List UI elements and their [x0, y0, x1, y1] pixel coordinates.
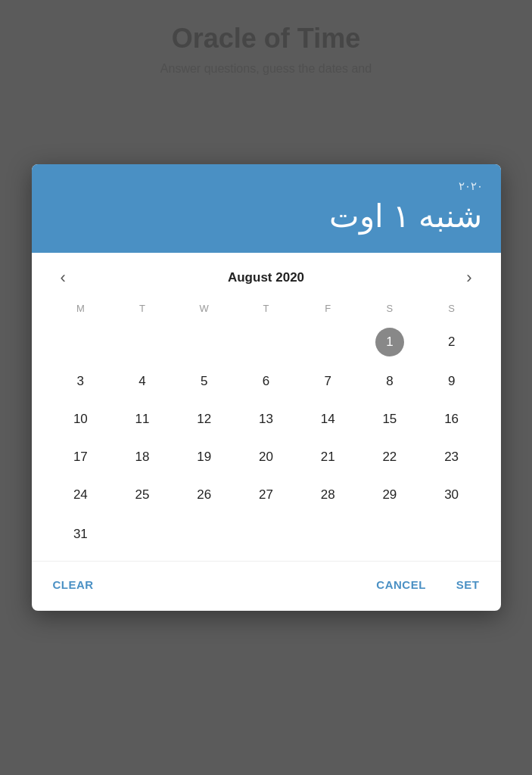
dialog-footer: CLEAR CANCEL SET	[32, 561, 501, 611]
calendar-day-cell	[111, 514, 173, 555]
calendar-day-cell[interactable]: 18	[111, 438, 173, 476]
calendar-day-cell[interactable]: 8	[359, 363, 421, 400]
prev-month-button[interactable]: ‹	[53, 266, 73, 289]
cancel-button[interactable]: CANCEL	[373, 574, 429, 596]
dialog-header: ۲۰۲۰ شنبه ۱ اوت	[32, 164, 501, 253]
calendar-week-row: 12	[50, 322, 483, 363]
calendar-day-cell	[297, 514, 359, 555]
weekday-label: W	[173, 298, 235, 322]
calendar-day-cell[interactable]: 28	[297, 476, 359, 514]
calendar-day-cell[interactable]: 11	[111, 400, 173, 438]
calendar-grid: MTWTFSS 12345678910111213141516171819202…	[50, 298, 483, 555]
calendar-day-cell	[235, 514, 297, 555]
calendar-day-cell[interactable]: 25	[111, 476, 173, 514]
calendar-day-cell[interactable]: 16	[421, 400, 483, 438]
calendar-day-cell	[111, 322, 173, 363]
selected-date: شنبه ۱ اوت	[50, 198, 483, 235]
calendar-day-cell[interactable]: 17	[50, 438, 112, 476]
calendar-day-cell	[173, 322, 235, 363]
calendar-day-cell[interactable]: 20	[235, 438, 297, 476]
calendar-week-row: 17181920212223	[50, 438, 483, 476]
calendar-day-cell	[173, 514, 235, 555]
month-year-label: August 2020	[228, 270, 304, 285]
calendar-day-cell[interactable]: 10	[50, 400, 112, 438]
weekday-label: F	[297, 298, 359, 322]
calendar-day-cell[interactable]: 21	[297, 438, 359, 476]
calendar-day-cell[interactable]: 30	[421, 476, 483, 514]
weekday-label: T	[235, 298, 297, 322]
calendar-day-cell[interactable]: 31	[50, 514, 112, 555]
calendar-week-row: 10111213141516	[50, 400, 483, 438]
calendar-day-cell[interactable]: 26	[173, 476, 235, 514]
calendar-week-row: 24252627282930	[50, 476, 483, 514]
calendar-day-cell[interactable]: 2	[421, 322, 483, 363]
weekday-label: M	[50, 298, 112, 322]
set-button[interactable]: SET	[453, 574, 483, 596]
calendar-day-cell[interactable]: 13	[235, 400, 297, 438]
footer-right-actions: CANCEL SET	[373, 574, 482, 596]
calendar-day-cell	[359, 514, 421, 555]
calendar-day-cell[interactable]: 29	[359, 476, 421, 514]
weekday-header-row: MTWTFSS	[50, 298, 483, 322]
calendar-day-cell	[235, 322, 297, 363]
calendar-day-cell[interactable]: 15	[359, 400, 421, 438]
calendar-week-row: 31	[50, 514, 483, 555]
calendar-day-cell[interactable]: 7	[297, 363, 359, 400]
calendar-day-cell[interactable]: 27	[235, 476, 297, 514]
calendar-day-cell[interactable]: 12	[173, 400, 235, 438]
date-picker-dialog: ۲۰۲۰ شنبه ۱ اوت ‹ August 2020 › MTWTFSS …	[32, 164, 501, 611]
next-month-button[interactable]: ›	[459, 266, 479, 289]
calendar-week-row: 3456789	[50, 363, 483, 400]
calendar-day-cell	[421, 514, 483, 555]
weekday-label: S	[421, 298, 483, 322]
calendar-day-cell[interactable]: 19	[173, 438, 235, 476]
calendar-day-cell	[297, 322, 359, 363]
clear-button[interactable]: CLEAR	[50, 574, 97, 596]
calendar-day-cell[interactable]: 14	[297, 400, 359, 438]
calendar-day-cell	[50, 322, 112, 363]
weekday-label: T	[111, 298, 173, 322]
calendar-day-cell[interactable]: 1	[359, 322, 421, 363]
selected-year: ۲۰۲۰	[50, 179, 483, 193]
calendar-day-cell[interactable]: 3	[50, 363, 112, 400]
calendar-day-cell[interactable]: 9	[421, 363, 483, 400]
dialog-overlay: ۲۰۲۰ شنبه ۱ اوت ‹ August 2020 › MTWTFSS …	[0, 0, 532, 775]
calendar-nav: ‹ August 2020 ›	[50, 253, 483, 298]
calendar-day-cell[interactable]: 6	[235, 363, 297, 400]
weekday-label: S	[359, 298, 421, 322]
calendar-day-cell[interactable]: 23	[421, 438, 483, 476]
calendar-day-cell[interactable]: 5	[173, 363, 235, 400]
calendar-day-cell[interactable]: 4	[111, 363, 173, 400]
calendar-day-cell[interactable]: 24	[50, 476, 112, 514]
calendar-day-cell[interactable]: 22	[359, 438, 421, 476]
dialog-body: ‹ August 2020 › MTWTFSS 1234567891011121…	[32, 253, 501, 555]
